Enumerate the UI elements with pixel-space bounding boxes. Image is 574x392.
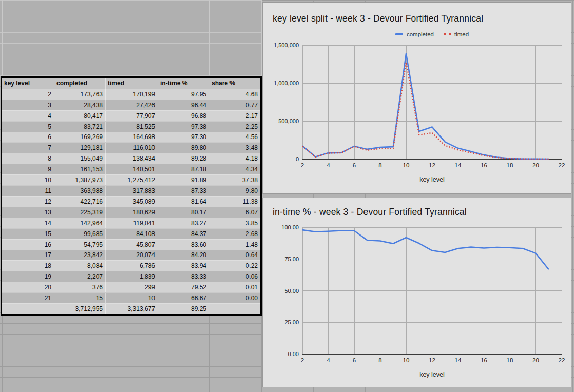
table-cell[interactable]: 8,084	[54, 261, 105, 271]
table-cell[interactable]: 4.18	[209, 153, 260, 164]
table-cell[interactable]: 80.17	[158, 207, 209, 218]
table-cell[interactable]: 119,041	[105, 218, 158, 228]
table-cell[interactable]: 83.27	[158, 218, 209, 228]
table-cell[interactable]: 27,426	[105, 100, 158, 110]
table-cell[interactable]: 14	[2, 218, 54, 228]
table-cell[interactable]: 66.67	[158, 293, 209, 303]
table-cell[interactable]: 19	[2, 271, 54, 282]
table-cell[interactable]: 45,807	[105, 240, 158, 250]
key-level-stats-table[interactable]: key levelcompletedtimedin-time %share %2…	[1, 76, 262, 316]
table-cell[interactable]: 10	[2, 175, 54, 185]
table-cell[interactable]: 7	[2, 143, 54, 153]
table-cell[interactable]: 6	[2, 132, 54, 143]
table-cell[interactable]: 180,629	[105, 207, 158, 218]
table-cell[interactable]: 84,108	[105, 229, 158, 239]
column-header[interactable]: key level	[2, 78, 54, 89]
table-cell[interactable]: 8	[2, 153, 54, 164]
table-cell[interactable]: 12	[2, 197, 54, 207]
table-cell[interactable]: 3.48	[209, 143, 260, 153]
table-cell[interactable]: 0.77	[209, 100, 260, 110]
table-cell[interactable]: 4	[2, 111, 54, 121]
table-cell[interactable]: 20,074	[105, 250, 158, 261]
table-cell[interactable]: 138,434	[105, 153, 158, 164]
table-cell[interactable]: 96.44	[158, 100, 209, 110]
column-header[interactable]: in-time %	[158, 78, 209, 89]
table-cell[interactable]: 3,313,677	[105, 304, 158, 314]
table-cell[interactable]: 0.64	[209, 250, 260, 261]
table-cell[interactable]: 116,010	[105, 143, 158, 153]
table-cell[interactable]: 83,721	[54, 122, 105, 132]
table-cell[interactable]: 87.33	[158, 186, 209, 196]
spreadsheet-grid-upper[interactable]	[0, 0, 262, 76]
table-cell[interactable]: 1,839	[105, 271, 158, 282]
table-cell[interactable]	[209, 304, 260, 314]
table-cell[interactable]: 37.38	[209, 175, 260, 185]
table-cell[interactable]: 97.38	[158, 122, 209, 132]
table-cell[interactable]: 0.00	[209, 293, 260, 303]
table-cell[interactable]: 173,763	[54, 89, 105, 100]
table-cell[interactable]: 422,716	[54, 197, 105, 207]
table-cell[interactable]: 155,049	[54, 153, 105, 164]
table-cell[interactable]: 2.17	[209, 111, 260, 121]
table-cell[interactable]: 3,712,955	[54, 304, 105, 314]
table-cell[interactable]: 15	[54, 293, 105, 303]
chart-panel-key-level-split[interactable]: key level split - week 3 - Devour Fortif…	[262, 2, 571, 194]
table-cell[interactable]: 97.30	[158, 132, 209, 143]
table-cell[interactable]: 84.20	[158, 250, 209, 261]
table-cell[interactable]: 3	[2, 100, 54, 110]
table-cell[interactable]: 0.22	[209, 261, 260, 271]
table-cell[interactable]: 23,842	[54, 250, 105, 261]
table-cell[interactable]: 376	[54, 282, 105, 292]
table-cell[interactable]: 2	[2, 89, 54, 100]
table-cell[interactable]: 54,795	[54, 240, 105, 250]
table-cell[interactable]: 18	[2, 261, 54, 271]
table-cell[interactable]: 0.01	[209, 282, 260, 292]
table-cell[interactable]: 3.85	[209, 218, 260, 228]
table-cell[interactable]: 164,698	[105, 132, 158, 143]
table-cell[interactable]	[2, 304, 54, 314]
table-cell[interactable]: 1.48	[209, 240, 260, 250]
table-cell[interactable]: 2.25	[209, 122, 260, 132]
table-cell[interactable]: 83.94	[158, 261, 209, 271]
table-cell[interactable]: 6,786	[105, 261, 158, 271]
table-cell[interactable]: 99,685	[54, 229, 105, 239]
table-cell[interactable]: 4.56	[209, 132, 260, 143]
table-cell[interactable]: 17	[2, 250, 54, 261]
table-cell[interactable]: 345,089	[105, 197, 158, 207]
table-cell[interactable]: 170,199	[105, 89, 158, 100]
table-cell[interactable]: 84.37	[158, 229, 209, 239]
table-cell[interactable]: 16	[2, 240, 54, 250]
table-cell[interactable]: 89.28	[158, 153, 209, 164]
table-cell[interactable]: 11	[2, 186, 54, 196]
table-cell[interactable]: 129,181	[54, 143, 105, 153]
table-cell[interactable]: 81.64	[158, 197, 209, 207]
table-cell[interactable]: 9	[2, 164, 54, 174]
table-cell[interactable]: 28,438	[54, 100, 105, 110]
column-header[interactable]: share %	[209, 78, 260, 89]
table-cell[interactable]: 299	[105, 282, 158, 292]
table-cell[interactable]: 1,387,973	[54, 175, 105, 185]
table-cell[interactable]: 83.33	[158, 271, 209, 282]
table-cell[interactable]: 317,883	[105, 186, 158, 196]
table-cell[interactable]: 77,907	[105, 111, 158, 121]
table-cell[interactable]: 15	[2, 229, 54, 239]
table-cell[interactable]: 1,275,412	[105, 175, 158, 185]
table-cell[interactable]: 140,501	[105, 164, 158, 174]
table-cell[interactable]: 21	[2, 293, 54, 303]
chart-panel-in-time-pct[interactable]: in-time % - week 3 - Devour Fortified Ty…	[262, 198, 571, 387]
table-cell[interactable]: 2,207	[54, 271, 105, 282]
table-cell[interactable]: 363,988	[54, 186, 105, 196]
table-cell[interactable]: 11.38	[209, 197, 260, 207]
table-cell[interactable]: 81,525	[105, 122, 158, 132]
table-cell[interactable]: 169,269	[54, 132, 105, 143]
table-cell[interactable]: 91.89	[158, 175, 209, 185]
table-cell[interactable]: 6.07	[209, 207, 260, 218]
table-cell[interactable]: 161,153	[54, 164, 105, 174]
table-cell[interactable]: 89.80	[158, 143, 209, 153]
table-cell[interactable]: 20	[2, 282, 54, 292]
table-cell[interactable]: 87.18	[158, 164, 209, 174]
table-cell[interactable]: 9.80	[209, 186, 260, 196]
table-cell[interactable]: 13	[2, 207, 54, 218]
table-cell[interactable]: 97.95	[158, 89, 209, 100]
table-cell[interactable]: 79.52	[158, 282, 209, 292]
